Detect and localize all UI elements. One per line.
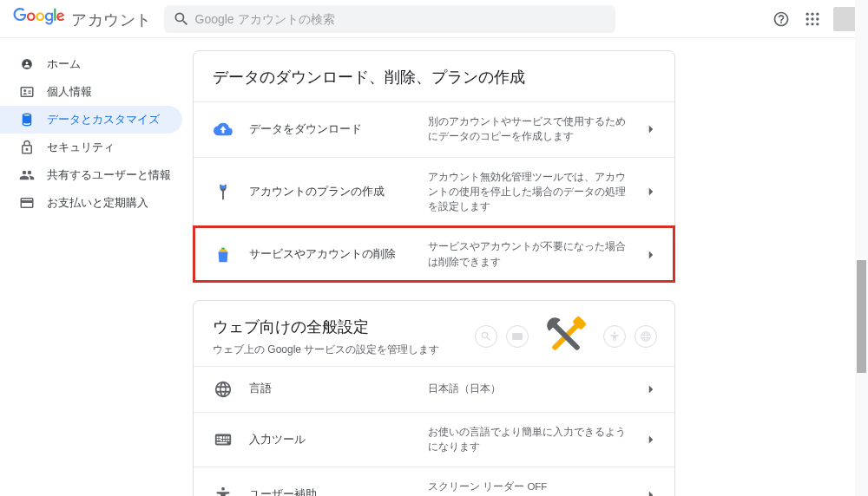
keyboard-icon bbox=[213, 429, 233, 450]
google-wordmark bbox=[12, 8, 66, 25]
nav-item-security[interactable]: セキュリティ bbox=[0, 134, 182, 161]
data-icon bbox=[19, 112, 35, 127]
plug-icon bbox=[213, 181, 233, 202]
nav-label: セキュリティ bbox=[47, 140, 115, 155]
nav-item-personal[interactable]: 個人情報 bbox=[0, 78, 182, 106]
people-icon bbox=[19, 167, 35, 183]
card-general-web-settings: ウェブ向けの全般設定 ウェブ上の Google サービスの設定を管理します bbox=[193, 300, 675, 496]
keyboard-outline-icon bbox=[506, 325, 529, 348]
nav-label: 共有するユーザーと情報 bbox=[47, 168, 171, 183]
product-title: アカウント bbox=[71, 10, 152, 30]
nav-label: お支払いと定期購入 bbox=[47, 196, 148, 211]
window-scrollbar[interactable] bbox=[855, 0, 868, 496]
svg-point-0 bbox=[806, 12, 809, 15]
chevron-right-icon bbox=[643, 121, 659, 137]
nav-label: ホーム bbox=[47, 57, 81, 72]
chevron-right-icon bbox=[643, 487, 659, 497]
general-settings-hero-icons bbox=[475, 313, 657, 360]
search-input[interactable] bbox=[195, 12, 607, 26]
row-title: 言語 bbox=[249, 382, 428, 396]
svg-point-5 bbox=[816, 17, 819, 20]
tools-illustration-icon bbox=[537, 313, 595, 360]
svg-point-6 bbox=[806, 23, 809, 25]
svg-point-16 bbox=[614, 332, 615, 334]
trash-icon bbox=[213, 245, 233, 265]
svg-point-3 bbox=[806, 17, 809, 20]
apps-button[interactable] bbox=[799, 5, 826, 33]
row-title: アカウントのプランの作成 bbox=[249, 185, 428, 199]
nav-item-people[interactable]: 共有するユーザーと情報 bbox=[0, 161, 182, 189]
chevron-right-icon bbox=[643, 247, 659, 263]
row-title: ユーザー補助 bbox=[249, 487, 428, 496]
search-box[interactable] bbox=[164, 5, 615, 33]
nav-item-data[interactable]: データとカスタマイズ bbox=[0, 106, 182, 134]
id-card-icon bbox=[19, 84, 35, 100]
row-accessibility[interactable]: ユーザー補助 スクリーン リーダー OFF 高コントラスト カラー OFF bbox=[194, 467, 674, 496]
globe-outline-icon bbox=[635, 325, 657, 348]
credit-card-icon bbox=[19, 195, 35, 211]
row-desc-line: スクリーン リーダー OFF bbox=[428, 481, 547, 492]
nav-item-payments[interactable]: お支払いと定期購入 bbox=[0, 189, 182, 217]
svg-rect-11 bbox=[220, 186, 226, 189]
row-desc: 別のアカウントやサービスで使用するためにデータのコピーを作成します bbox=[428, 114, 643, 145]
svg-point-17 bbox=[221, 486, 225, 490]
cloud-download-icon bbox=[213, 119, 233, 140]
row-desc: サービスやアカウントが不要になった場合は削除できます bbox=[428, 239, 643, 270]
globe-icon bbox=[213, 379, 233, 400]
google-logo: アカウント bbox=[12, 8, 152, 30]
svg-rect-12 bbox=[221, 247, 225, 249]
side-nav: ホーム 個人情報 データとカスタマイズ セキュリティ 共有するユーザーと情報 お… bbox=[0, 38, 182, 496]
account-avatar[interactable] bbox=[833, 7, 858, 31]
accessibility-icon bbox=[213, 485, 233, 497]
home-icon bbox=[19, 56, 35, 72]
svg-point-4 bbox=[811, 17, 813, 20]
svg-point-1 bbox=[811, 12, 813, 15]
chevron-right-icon bbox=[643, 184, 659, 199]
svg-point-8 bbox=[816, 23, 819, 25]
row-download-data[interactable]: データをダウンロード 別のアカウントやサービスで使用するためにデータのコピーを作… bbox=[194, 101, 674, 157]
search-icon bbox=[173, 10, 190, 28]
row-language[interactable]: 言語 日本語（日本） bbox=[194, 366, 674, 412]
card-download-delete-plan: データのダウンロード、削除、プランの作成 データをダウンロード 別のアカウントや… bbox=[193, 50, 675, 283]
row-desc: 日本語（日本） bbox=[428, 382, 643, 396]
svg-point-10 bbox=[26, 62, 29, 64]
help-icon bbox=[773, 10, 790, 28]
row-title: データをダウンロード bbox=[249, 122, 428, 137]
scrollbar-thumb[interactable] bbox=[857, 260, 866, 373]
help-button[interactable] bbox=[767, 5, 795, 33]
row-desc: アカウント無効化管理ツールでは、アカウントの使用を停止した場合のデータの処理を設… bbox=[428, 170, 643, 215]
card-head: ウェブ向けの全般設定 ウェブ上の Google サービスの設定を管理します bbox=[194, 301, 674, 366]
nav-label: 個人情報 bbox=[47, 85, 92, 100]
app-header: アカウント bbox=[0, 0, 868, 38]
svg-point-2 bbox=[816, 12, 819, 15]
magnifier-outline-icon bbox=[475, 325, 497, 348]
main-content: データのダウンロード、削除、プランの作成 データをダウンロード 別のアカウントや… bbox=[182, 38, 868, 496]
nav-item-home[interactable]: ホーム bbox=[0, 50, 182, 78]
svg-point-7 bbox=[811, 23, 813, 25]
accessibility-outline-icon bbox=[603, 325, 626, 348]
row-desc: お使いの言語でより簡単に入力できるようになります bbox=[428, 425, 643, 455]
chevron-right-icon bbox=[643, 382, 659, 397]
apps-grid-icon bbox=[804, 10, 821, 28]
row-account-plan[interactable]: アカウントのプランの作成 アカウント無効化管理ツールでは、アカウントの使用を停止… bbox=[194, 157, 674, 227]
row-input-tools[interactable]: 入力ツール お使いの言語でより簡単に入力できるようになります bbox=[194, 412, 674, 467]
row-delete-service-account[interactable]: サービスやアカウントの削除 サービスやアカウントが不要になった場合は削除できます bbox=[194, 226, 674, 282]
row-title: 入力ツール bbox=[249, 433, 428, 447]
row-desc: スクリーン リーダー OFF 高コントラスト カラー OFF bbox=[428, 480, 643, 496]
nav-label: データとカスタマイズ bbox=[47, 113, 160, 127]
row-title: サービスやアカウントの削除 bbox=[249, 247, 428, 262]
card-head: データのダウンロード、削除、プランの作成 bbox=[194, 51, 674, 101]
chevron-right-icon bbox=[643, 432, 659, 447]
card-title: データのダウンロード、削除、プランの作成 bbox=[213, 67, 655, 88]
lock-icon bbox=[19, 140, 35, 155]
